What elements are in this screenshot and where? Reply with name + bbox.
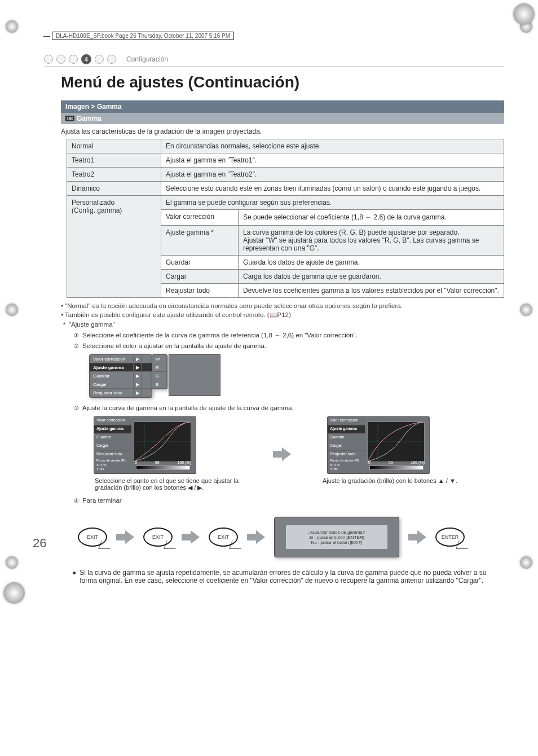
- exit-button-press: EXIT: [209, 528, 238, 547]
- svg-marker-5: [116, 530, 134, 544]
- sub-key: Cargar: [161, 270, 239, 284]
- page-number: 26: [33, 536, 46, 551]
- sub-key: Guardar: [161, 256, 239, 270]
- arrow-right-icon: [408, 530, 426, 544]
- settings-table: Normal En circunstancias normales, selec…: [67, 139, 504, 298]
- section-path: Imagen > Gamma: [61, 100, 504, 113]
- breadcrumb-label: Configuración: [126, 55, 168, 63]
- section-name: Gamma: [77, 115, 102, 122]
- sub-value: La curva gamma de los colores (R, G, B) …: [239, 226, 504, 256]
- gamma-curve-screenshot-before: Valor corrección Ajuste gamma Guardar Ca…: [94, 416, 196, 474]
- svg-marker-2: [273, 447, 291, 461]
- setting-key: Normal: [67, 139, 161, 153]
- setting-key: Dinámico: [67, 182, 161, 196]
- bc-dot: [95, 55, 104, 64]
- gamma-curve-screenshot-after: Valor corrección Ajuste gamma Guardar Ca…: [327, 416, 430, 474]
- exit-button-press: EXIT: [78, 528, 107, 547]
- bc-dot: [69, 55, 78, 64]
- sub-value: Devuelve los coeficientes gamma a los va…: [239, 284, 504, 298]
- setting-value: En circunstancias normales, seleccione e…: [161, 139, 504, 153]
- note-line: También es posible configurar este ajust…: [61, 311, 504, 319]
- step-3: ③Ajuste la curva de gamma en la pantalla…: [72, 405, 504, 413]
- doc-meta-header: DLA-HD100E_SP.book Page 26 Thursday, Oct…: [52, 32, 234, 40]
- setting-value: Ajusta el gamma en "Teatro2".: [161, 168, 504, 182]
- exit-button-press: EXIT: [143, 528, 173, 547]
- bc-dot: [56, 55, 65, 64]
- enter-button-press: ENTER: [435, 528, 465, 547]
- note-line: "Normal" es la opción adecuada en circun…: [61, 302, 504, 309]
- note-asterisk: "Ajuste gamma": [61, 320, 504, 329]
- crop-mark: [520, 556, 532, 569]
- setting-key: Personalizado (Config. gamma): [67, 196, 161, 298]
- step-2: ②Seleccione el color a ajustar en la pan…: [72, 342, 504, 351]
- section-number: 08: [65, 116, 74, 121]
- crop-mark: [6, 304, 18, 316]
- sub-value: Carga los datos de gamma que se guardaro…: [239, 270, 504, 284]
- svg-marker-7: [247, 530, 265, 544]
- step-4: ④Para terminar: [72, 497, 504, 506]
- pers-sub-label: (Config. gamma): [72, 206, 156, 214]
- gamma-menu-empty: [169, 354, 221, 396]
- arrow-right-icon: [273, 447, 291, 461]
- table-row: Teatro1 Ajusta el gamma en "Teatro1".: [67, 153, 504, 168]
- curve-caption-right: Ajuste la gradación (brillo) con lo boto…: [323, 477, 469, 484]
- arrow-right-icon: [247, 530, 265, 544]
- arrow-right-icon: [116, 530, 134, 544]
- section-name-bar: 08 Gamma: [61, 113, 504, 124]
- bc-step-number: 4: [81, 54, 91, 64]
- final-note: ● Si la curva de gamma se ajusta repetid…: [72, 569, 504, 584]
- svg-marker-6: [182, 530, 200, 544]
- sub-value: Se puede seleccionar el coeficiente (1,8…: [239, 210, 504, 226]
- svg-marker-8: [408, 530, 426, 544]
- save-dialog-screenshot: ¿Guardar datos de gamma? Sí : pulse el b…: [274, 517, 399, 557]
- bc-dot: [107, 55, 116, 64]
- table-row: Teatro2 Ajusta el gamma en "Teatro2".: [67, 168, 504, 182]
- setting-value: Seleccione esto cuando esté en zonas bie…: [161, 182, 504, 196]
- bc-dot: [44, 55, 53, 64]
- page-title: Menú de ajustes (Continuación): [61, 73, 504, 91]
- gamma-menu-screenshot: Valor corrección▶ Ajuste gamma▶ Guardar▶…: [89, 354, 152, 398]
- table-row: Personalizado (Config. gamma) El gamma s…: [67, 196, 504, 210]
- crop-mark: [513, 3, 535, 25]
- table-row: Normal En circunstancias normales, selec…: [67, 139, 504, 153]
- table-row: Dinámico Seleccione esto cuando esté en …: [67, 182, 504, 196]
- setting-key: Teatro2: [67, 168, 161, 182]
- crop-mark: [520, 304, 532, 316]
- setting-value: El gamma se puede configurar según sus p…: [161, 196, 504, 210]
- sub-key: Reajustar todo: [161, 284, 239, 298]
- setting-key: Teatro1: [67, 153, 161, 168]
- sub-value: Guarda los datos de ajuste de gamma.: [239, 256, 504, 270]
- crop-mark: [3, 582, 25, 604]
- section-desc: Ajusta las características de la gradaci…: [61, 128, 504, 135]
- setting-value: Ajusta el gamma en "Teatro1".: [161, 153, 504, 168]
- curve-caption-left: Seleccione el punto en el que se tiene q…: [95, 477, 241, 491]
- arrow-right-icon: [182, 530, 200, 544]
- crop-mark: [6, 20, 18, 33]
- sub-key: Valor corrección: [161, 210, 239, 226]
- crop-mark: [6, 556, 18, 569]
- sub-key: Ajuste gamma *: [161, 226, 239, 256]
- gamma-color-list: W R G B: [152, 354, 167, 389]
- step-1: ①Seleccione el coeficiente de la curva d…: [72, 331, 504, 340]
- pers-label: Personalizado: [72, 199, 156, 206]
- breadcrumb: 4 Configuración: [44, 54, 504, 67]
